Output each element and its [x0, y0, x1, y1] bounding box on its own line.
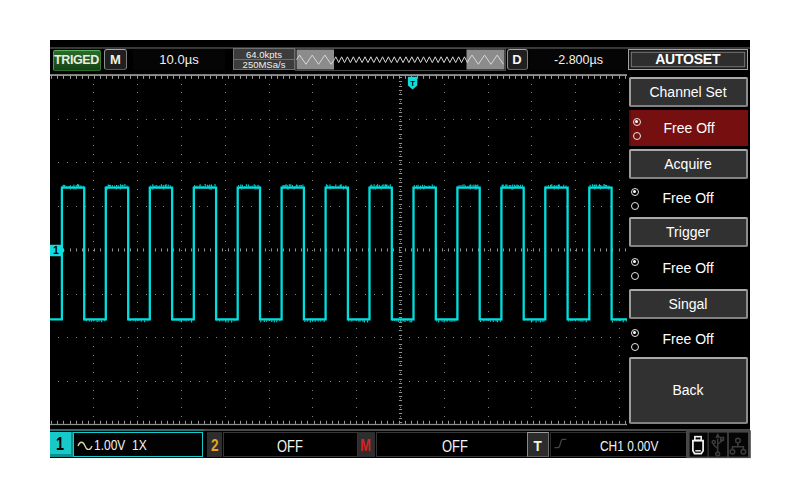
svg-text:T: T — [410, 79, 415, 88]
svg-text:1: 1 — [53, 244, 59, 256]
